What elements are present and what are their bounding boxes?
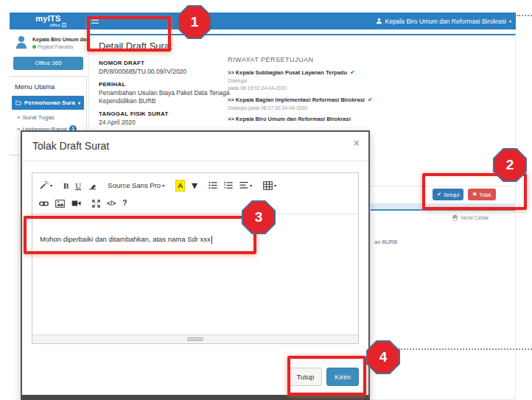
richtext-editor: ▾ B U Source Sans Pro ▾ — [32, 172, 359, 344]
printer-icon — [452, 214, 458, 221]
approval-item: >> Kepala Bagian Implementasi Reformasi … — [228, 96, 375, 105]
paragraph-align-button[interactable]: ▾ — [239, 180, 252, 191]
chevron-down-icon: ▾ — [274, 180, 276, 191]
approval-timestamp: Disetujui pada 08:27:30 24-04-2020 — [228, 105, 375, 110]
fullscreen-icon[interactable] — [92, 200, 100, 208]
online-status-dot — [32, 45, 36, 49]
sidebar-item-label: Permohonan Surat — [24, 99, 75, 106]
chevrons-icon: » — [17, 114, 20, 121]
editor-toolbar-row2: </> ? — [32, 195, 358, 214]
chevron-down-icon[interactable]: ▾ — [192, 178, 197, 192]
editor-statusbar[interactable] — [32, 334, 358, 343]
editor-toolbar-row1: ▾ B U Source Sans Pro ▾ — [32, 173, 358, 195]
modal-header: Tolak Draft Surat × — [22, 132, 368, 161]
app-screenshot: myITS office ☰ Kepala Biro Umum dan Refo… — [0, 0, 532, 400]
resize-handle-icon — [187, 337, 203, 341]
user-icon — [376, 18, 382, 24]
chevrons-icon: » — [17, 126, 20, 133]
callout-rect-1 — [87, 16, 171, 52]
annotation-dotted-line-top — [517, 15, 532, 16]
sidebar-item-surat-tugas[interactable]: » Surat Tugas — [10, 110, 86, 121]
approval-timestamp: pada 08:19:02 24-04-2020 — [228, 85, 375, 91]
approval-item: >> Kepala Biro Umum dan Reformasi Birokr… — [228, 116, 375, 124]
table-button[interactable]: ▾ — [263, 180, 276, 191]
user-dropdown-label: Kepala Biro Umum dan Reformasi Birokrasi — [385, 18, 506, 25]
top-navbar: myITS office ☰ Kepala Biro Umum dan Refo… — [10, 13, 516, 29]
check-icon: ✔ — [366, 97, 373, 103]
callout-marker-2: 2 — [493, 148, 527, 182]
underline-button[interactable]: U — [75, 180, 81, 191]
callout-rect-3 — [24, 216, 256, 254]
profile-role: Pejabat Fakultas — [38, 44, 73, 49]
close-icon[interactable]: × — [354, 138, 360, 148]
approval-history: RIWAYAT PERSETUJUAN >> Kepala Subbagian … — [228, 56, 375, 123]
unordered-list-icon[interactable] — [209, 181, 217, 189]
approval-history-title: RIWAYAT PERSETUJUAN — [228, 56, 375, 63]
video-icon[interactable] — [71, 200, 81, 207]
font-family-select[interactable]: Source Sans Pro ▾ — [108, 180, 164, 191]
logo-subtitle: office — [49, 23, 60, 27]
image-icon[interactable] — [55, 200, 65, 208]
logo-title: myITS — [10, 14, 87, 23]
check-icon: ✔ — [349, 69, 355, 76]
style-magic-button[interactable]: ▾ — [39, 180, 52, 191]
background-peek-text: an BURB — [374, 239, 397, 245]
annotation-dotted-line-right — [399, 348, 532, 350]
chevron-down-icon: ▾ — [509, 18, 511, 24]
profile-name: Kepala Biro Umum dan Reformasi Birokrasi — [32, 36, 87, 43]
callout-rect-4 — [287, 356, 366, 396]
chevron-down-icon: ▾ — [250, 180, 252, 191]
modal-title: Tolak Draft Surat — [32, 140, 109, 152]
sidebar-profile: Kepala Biro Umum dan Reformasi Birokrasi… — [10, 29, 87, 53]
print-version-link[interactable]: Versi Cetak — [452, 214, 489, 221]
menu-header: Menu Utama — [10, 77, 86, 96]
sidebar-item-permohonan-surat[interactable]: Permohonan Surat ▾ — [12, 96, 84, 110]
folder-icon — [15, 100, 21, 105]
chevron-down-icon: ▾ — [162, 180, 164, 191]
link-icon[interactable] — [39, 200, 49, 207]
approval-item: >> Kepala Subbagian Pusat Layanan Terpad… — [228, 69, 375, 85]
ordered-list-icon[interactable] — [224, 181, 233, 189]
chevron-down-icon: ▾ — [50, 180, 52, 191]
eraser-icon[interactable] — [88, 181, 97, 190]
app-logo[interactable]: myITS office — [10, 13, 87, 29]
chevron-down-icon: ▾ — [78, 100, 80, 105]
office365-button[interactable]: Office 365 — [13, 57, 83, 70]
font-color-button[interactable]: A — [175, 180, 185, 192]
help-button[interactable]: ? — [122, 198, 127, 208]
approval-status: Disetujui — [228, 78, 247, 83]
building-icon — [62, 23, 66, 27]
bold-button[interactable]: B — [63, 180, 69, 191]
avatar — [14, 35, 29, 49]
codeview-button[interactable]: </> — [107, 198, 116, 208]
user-dropdown[interactable]: Kepala Biro Umum dan Reformasi Birokrasi… — [376, 13, 511, 29]
sidebar-item-label: Surat Tugas — [22, 114, 54, 121]
